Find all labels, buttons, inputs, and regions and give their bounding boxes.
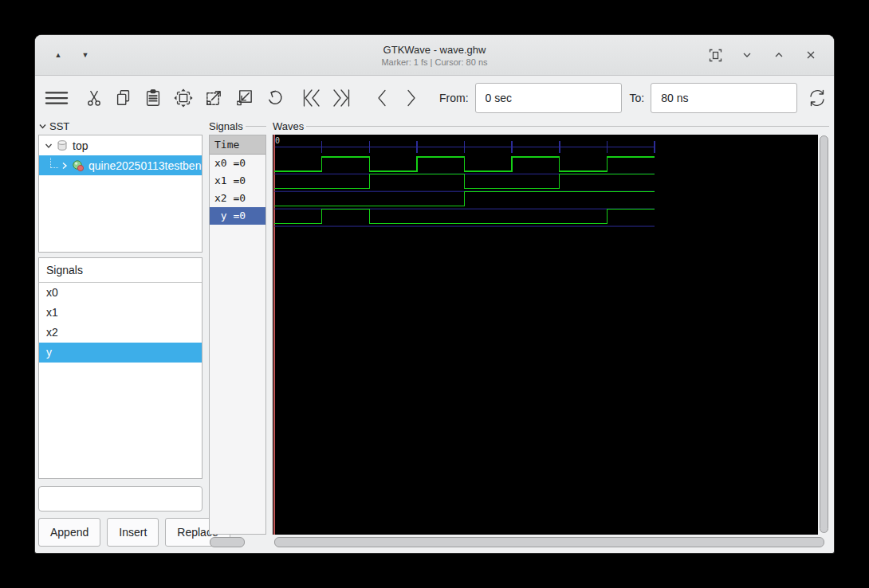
- zoom-undo-button[interactable]: [265, 86, 285, 110]
- reload-icon: [807, 88, 828, 108]
- wave-name-row-y[interactable]: y =0: [210, 207, 265, 225]
- timeline-start-label: 0: [275, 136, 280, 145]
- to-end-icon: [332, 88, 352, 108]
- shift-left-icon: [372, 88, 391, 108]
- shift-right-icon: [402, 88, 421, 108]
- sst-tree-item-top[interactable]: top: [39, 135, 202, 155]
- reload-button[interactable]: [807, 86, 828, 110]
- waves-vscroll-thumb[interactable]: [820, 135, 828, 533]
- undo-icon: [265, 88, 285, 108]
- module-icon: [72, 159, 85, 172]
- to-input[interactable]: [651, 83, 797, 113]
- insert-button[interactable]: Insert: [107, 518, 159, 547]
- zoom-in-button[interactable]: [204, 86, 224, 110]
- to-label: To:: [630, 92, 645, 104]
- shade-up-button[interactable]: ▲: [51, 48, 65, 62]
- from-input[interactable]: [475, 83, 622, 113]
- close-button[interactable]: [802, 46, 820, 64]
- search-box[interactable]: [38, 486, 203, 512]
- wave-name-row-x0[interactable]: x0 =0: [210, 155, 265, 172]
- waves-frame-label: Waves: [273, 120, 304, 132]
- wave-canvas[interactable]: 0: [273, 135, 818, 535]
- signal-names-pane: Signals Time x0 =0x1 =0x2 =0 y =0: [209, 119, 266, 547]
- triangle-up-icon: ▲: [55, 51, 62, 59]
- tree-branch-line: [50, 158, 58, 168]
- names-hscroll-thumb[interactable]: [210, 537, 245, 547]
- chevron-up-icon: [773, 49, 785, 61]
- to-start-icon: [301, 88, 321, 108]
- append-button[interactable]: Append: [38, 518, 100, 547]
- shift-left-button[interactable]: [372, 86, 391, 110]
- zoom-in-icon: [204, 88, 224, 108]
- wave-name-row-x1[interactable]: x1 =0: [210, 172, 265, 190]
- sst-tree-item-quine20250113testbench[interactable]: quine20250113testbench: [39, 155, 202, 175]
- gtkwave-window: ▲ ▼ GTKWave - wave.ghw Marker: 1 fs | Cu…: [35, 35, 834, 553]
- database-icon: [56, 139, 69, 152]
- copy-icon: [114, 88, 133, 108]
- close-icon: [804, 49, 817, 61]
- fullscreen-button[interactable]: [706, 46, 724, 64]
- waves-hscroll-thumb[interactable]: [274, 537, 824, 547]
- signal-list-item-x1[interactable]: x1: [39, 303, 202, 323]
- zoom-out-icon: [234, 88, 254, 108]
- sst-tree: topquine20250113testbench: [38, 135, 203, 253]
- chevron-down-icon: [741, 49, 753, 61]
- wave-trace-x2: [274, 192, 655, 206]
- tree-item-label: top: [73, 139, 88, 152]
- fullscreen-icon: [709, 49, 722, 62]
- signal-name-panel: Time x0 =0x1 =0x2 =0 y =0: [209, 135, 266, 535]
- sst-expander[interactable]: SST: [38, 119, 203, 133]
- chevron-down-icon: [38, 122, 47, 131]
- from-label: From:: [439, 92, 469, 104]
- time-header[interactable]: Time: [210, 135, 265, 155]
- sst-pane: SST topquine20250113testbench Signals x0…: [38, 119, 203, 547]
- minimize-button[interactable]: [738, 46, 756, 64]
- frame-line: [306, 126, 829, 127]
- maximize-button[interactable]: [770, 46, 788, 64]
- signal-list-item-x0[interactable]: x0: [39, 283, 202, 303]
- wave-trace-y: [274, 210, 655, 224]
- menu-icon: [45, 88, 69, 108]
- marker-cursor-status: Marker: 1 fs | Cursor: 80 ns: [381, 57, 487, 67]
- waves-pane: Waves 0: [273, 119, 829, 547]
- waves-hscrollbar[interactable]: [273, 537, 829, 547]
- zoom-fit-icon: [173, 88, 194, 108]
- to-start-button[interactable]: [301, 86, 321, 110]
- wave-name-row-x2[interactable]: x2 =0: [210, 190, 265, 207]
- cut-button[interactable]: [85, 86, 104, 110]
- zoom-out-button[interactable]: [234, 86, 254, 110]
- names-hscrollbar[interactable]: [209, 537, 266, 547]
- copy-button[interactable]: [114, 86, 133, 110]
- triangle-down-icon: ▼: [82, 51, 89, 59]
- sst-label: SST: [49, 120, 69, 132]
- main-content: SST topquine20250113testbench Signals x0…: [38, 119, 829, 547]
- paste-button[interactable]: [144, 86, 163, 110]
- search-input[interactable]: [52, 492, 195, 506]
- chevron-down-icon[interactable]: [45, 142, 53, 150]
- signals-list-panel: Signals x0x1x2y: [38, 257, 203, 479]
- shift-right-button[interactable]: [402, 86, 421, 110]
- zoom-fit-button[interactable]: [173, 86, 194, 110]
- signals-list: x0x1x2y: [39, 283, 202, 363]
- signal-list-item-y[interactable]: y: [39, 343, 202, 363]
- chevron-right-icon[interactable]: [61, 162, 69, 170]
- tree-item-label: quine20250113testbench: [88, 159, 202, 172]
- signals-list-header: Signals: [39, 258, 202, 283]
- window-title: GTKWave - wave.ghw: [383, 44, 486, 56]
- signals-frame-label: Signals: [209, 120, 243, 132]
- wave-trace-x1: [274, 174, 655, 189]
- scissors-icon: [85, 88, 104, 108]
- waves-vscrollbar[interactable]: [818, 135, 829, 535]
- paste-icon: [144, 88, 163, 108]
- to-end-button[interactable]: [332, 86, 352, 110]
- wave-trace-x0: [274, 157, 655, 171]
- menu-button[interactable]: [45, 86, 69, 110]
- signal-list-item-x2[interactable]: x2: [39, 323, 202, 343]
- frame-line: [246, 126, 266, 127]
- toolbar: From: To:: [35, 76, 834, 120]
- signal-name-rows: x0 =0x1 =0x2 =0 y =0: [210, 155, 265, 225]
- titlebar[interactable]: ▲ ▼ GTKWave - wave.ghw Marker: 1 fs | Cu…: [35, 35, 834, 76]
- shade-down-button[interactable]: ▼: [78, 48, 92, 62]
